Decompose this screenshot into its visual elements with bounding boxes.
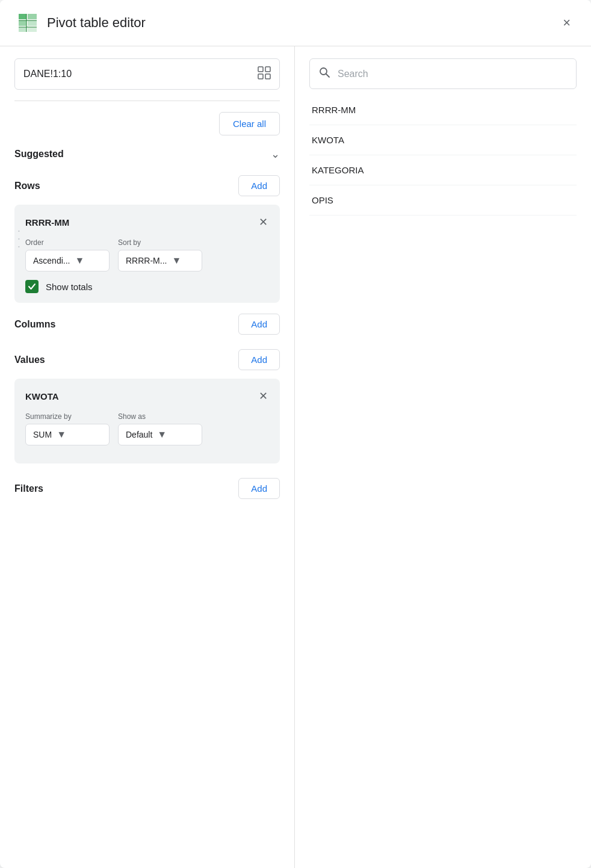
header: Pivot table editor ×	[0, 0, 591, 46]
summarize-by-value: SUM	[33, 430, 52, 439]
rows-field-title: RRRR-MM	[25, 217, 69, 228]
left-panel: DANE!1:10 Clear all	[0, 46, 295, 868]
columns-add-button[interactable]: Add	[238, 314, 280, 335]
divider-1	[14, 101, 280, 101]
sort-by-select[interactable]: RRRR-M... ▼	[118, 250, 202, 271]
search-icon	[318, 66, 330, 81]
rows-section: ••• Rows Add RRRR-MM ✕ Order	[14, 175, 280, 303]
show-as-dropdown-arrow: ▼	[157, 429, 167, 440]
data-range-input[interactable]: DANE!1:10	[14, 58, 280, 90]
svg-rect-13	[265, 74, 270, 79]
values-field-controls: Summarize by SUM ▼ Show as Default ▼	[25, 412, 269, 445]
show-totals-row: Show totals	[25, 280, 269, 293]
values-add-button[interactable]: Add	[238, 349, 280, 370]
order-dropdown-arrow: ▼	[75, 255, 84, 266]
summarize-by-select[interactable]: SUM ▼	[25, 424, 110, 445]
order-value: Ascendi...	[33, 256, 70, 265]
show-totals-label: Show totals	[46, 282, 93, 292]
columns-label: Columns	[14, 319, 55, 330]
svg-point-14	[320, 68, 327, 75]
columns-section-header: Columns Add	[14, 314, 280, 335]
search-input[interactable]	[338, 69, 568, 79]
svg-rect-10	[258, 67, 263, 72]
field-list-item[interactable]: OPIS	[309, 185, 577, 215]
sort-by-label: Sort by	[118, 238, 202, 247]
svg-rect-5	[19, 27, 26, 32]
values-field-title: KWOTA	[25, 391, 59, 401]
show-as-label: Show as	[118, 412, 202, 421]
svg-line-15	[326, 74, 329, 77]
svg-rect-1	[19, 14, 26, 19]
right-panel: RRRR-MM KWOTA KATEGORIA OPIS	[295, 46, 591, 868]
pivot-table-icon	[17, 12, 39, 34]
drag-handle: •••	[18, 228, 20, 250]
svg-rect-2	[28, 14, 37, 19]
grid-select-icon[interactable]	[258, 66, 271, 82]
svg-rect-4	[28, 20, 37, 26]
svg-rect-6	[28, 27, 37, 32]
suggested-section-header: Suggested ⌄	[14, 147, 280, 161]
rows-add-button[interactable]: Add	[238, 175, 280, 196]
values-field-card: KWOTA ✕ Summarize by SUM ▼ Show as	[14, 379, 280, 463]
clear-all-button[interactable]: Clear all	[219, 112, 280, 135]
svg-rect-3	[19, 20, 26, 26]
search-row	[309, 58, 577, 89]
values-section-header: Values Add	[14, 349, 280, 370]
summarize-by-label: Summarize by	[25, 412, 110, 421]
show-as-select[interactable]: Default ▼	[118, 424, 202, 445]
order-control-group: Order Ascendi... ▼	[25, 238, 110, 271]
filters-add-button[interactable]: Add	[238, 478, 280, 499]
close-button[interactable]: ×	[559, 13, 574, 33]
show-as-value: Default	[126, 430, 152, 439]
sort-by-dropdown-arrow: ▼	[172, 255, 181, 266]
rows-field-card: RRRR-MM ✕ Order Ascendi... ▼ Sort by	[14, 205, 280, 303]
order-label: Order	[25, 238, 110, 247]
rows-field-card-header: RRRR-MM ✕	[25, 214, 269, 230]
header-title: Pivot table editor	[47, 15, 559, 31]
sort-by-control-group: Sort by RRRR-M... ▼	[118, 238, 202, 271]
field-list: RRRR-MM KWOTA KATEGORIA OPIS	[309, 95, 577, 215]
filters-section-header: Filters Add	[14, 478, 280, 499]
body: DANE!1:10 Clear all	[0, 46, 591, 868]
pivot-table-editor-panel: Pivot table editor × DANE!1:10	[0, 0, 591, 868]
rows-field-controls: Order Ascendi... ▼ Sort by RRRR-M... ▼	[25, 238, 269, 271]
data-range-value: DANE!1:10	[23, 69, 72, 79]
order-select[interactable]: Ascendi... ▼	[25, 250, 110, 271]
field-list-item[interactable]: KATEGORIA	[309, 155, 577, 185]
rows-field-close-button[interactable]: ✕	[258, 214, 269, 230]
summarize-by-control-group: Summarize by SUM ▼	[25, 412, 110, 445]
svg-rect-11	[265, 67, 270, 72]
field-list-item[interactable]: RRRR-MM	[309, 95, 577, 125]
field-list-item[interactable]: KWOTA	[309, 125, 577, 155]
summarize-by-dropdown-arrow: ▼	[57, 429, 66, 440]
show-totals-checkbox[interactable]	[25, 280, 39, 293]
values-label: Values	[14, 355, 45, 365]
show-as-control-group: Show as Default ▼	[118, 412, 202, 445]
filters-label: Filters	[14, 483, 43, 494]
suggested-chevron-icon[interactable]: ⌄	[271, 147, 280, 161]
suggested-label: Suggested	[14, 149, 64, 160]
values-field-close-button[interactable]: ✕	[258, 388, 269, 404]
rows-label: Rows	[14, 181, 40, 191]
values-field-card-header: KWOTA ✕	[25, 388, 269, 404]
sort-by-value: RRRR-M...	[126, 256, 167, 265]
clear-all-row: Clear all	[14, 112, 280, 135]
svg-rect-12	[258, 74, 263, 79]
rows-section-header: Rows Add	[14, 175, 280, 196]
data-range-row: DANE!1:10	[14, 58, 280, 90]
